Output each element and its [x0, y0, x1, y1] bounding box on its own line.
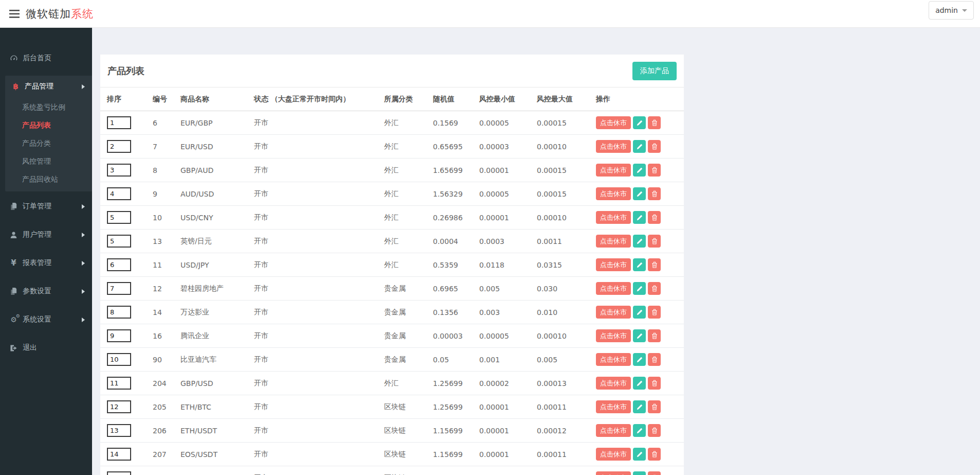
sidebar-item-label: 退出: [23, 343, 37, 353]
edit-button[interactable]: [633, 471, 646, 475]
sidebar-subitem-product-list[interactable]: 产品列表: [5, 116, 92, 134]
trash-icon: [651, 143, 658, 150]
delete-button[interactable]: [648, 140, 661, 153]
sidebar-item-parameter-settings[interactable]: 参数设置: [0, 280, 92, 302]
sidebar-item-dashboard[interactable]: 后台首页: [0, 47, 92, 69]
close-market-button[interactable]: 点击休市: [596, 471, 631, 475]
delete-button[interactable]: [648, 258, 661, 271]
edit-button[interactable]: [633, 306, 646, 319]
product-status: 开市: [250, 277, 380, 301]
edit-button[interactable]: [633, 211, 646, 224]
close-market-button[interactable]: 点击休市: [596, 187, 631, 200]
sidebar-subitem-profit-ratio[interactable]: 系统盈亏比例: [5, 98, 92, 116]
close-market-button[interactable]: 点击休市: [596, 424, 631, 437]
sidebar-item-user-management[interactable]: 用户管理: [0, 224, 92, 245]
sidebar-subitem-risk-management[interactable]: 风控管理: [5, 152, 92, 170]
close-market-button[interactable]: 点击休市: [596, 235, 631, 248]
delete-button[interactable]: [648, 400, 661, 413]
table-row: 16 腾讯企业 开市 贵金属 0.00003 0.00005 0.00010 点…: [100, 324, 684, 348]
sidebar-item-report-management[interactable]: ¥ 报表管理: [0, 252, 92, 274]
sidebar-item-system-settings[interactable]: ⚙⚙ 系统设置: [0, 309, 92, 330]
dashboard-icon: [9, 54, 18, 62]
sort-order-input[interactable]: [107, 164, 131, 177]
topbar: 微软链加系统 admin: [0, 0, 980, 28]
edit-button[interactable]: [633, 187, 646, 200]
delete-button[interactable]: [648, 116, 661, 129]
sidebar-item-label: 产品管理: [25, 82, 53, 91]
delete-button[interactable]: [648, 329, 661, 342]
delete-button[interactable]: [648, 235, 661, 248]
close-market-button[interactable]: 点击休市: [596, 448, 631, 461]
delete-button[interactable]: [648, 187, 661, 200]
edit-button[interactable]: [633, 353, 646, 366]
delete-button[interactable]: [648, 424, 661, 437]
delete-button[interactable]: [648, 448, 661, 461]
delete-button[interactable]: [648, 306, 661, 319]
edit-button[interactable]: [633, 448, 646, 461]
sidebar-subitem-product-category[interactable]: 产品分类: [5, 134, 92, 152]
close-market-button[interactable]: 点击休市: [596, 306, 631, 319]
edit-button[interactable]: [633, 116, 646, 129]
sidebar-item-label: 后台首页: [23, 54, 51, 63]
sort-order-input[interactable]: [107, 258, 131, 271]
close-market-button[interactable]: 点击休市: [596, 140, 631, 153]
sort-order-input[interactable]: [107, 235, 131, 248]
sort-order-input[interactable]: [107, 424, 131, 437]
edit-button[interactable]: [633, 235, 646, 248]
close-market-button[interactable]: 点击休市: [596, 329, 631, 342]
sidebar-item-product-management[interactable]: ฿ 产品管理: [5, 76, 92, 97]
close-market-button[interactable]: 点击休市: [596, 377, 631, 390]
sidebar-item-order-management[interactable]: 订单管理: [0, 196, 92, 217]
delete-button[interactable]: [648, 282, 661, 295]
pencil-icon: [637, 333, 643, 339]
hamburger-menu-icon[interactable]: [9, 10, 20, 18]
sort-order-input[interactable]: [107, 140, 131, 153]
table-row: 8 GBP/AUD 开市 外汇 1.65699 0.00001 0.00015 …: [100, 159, 684, 182]
edit-button[interactable]: [633, 140, 646, 153]
product-status: 开市: [250, 206, 380, 230]
delete-button[interactable]: [648, 211, 661, 224]
product-id: 8: [149, 159, 176, 182]
yen-icon: ¥: [9, 258, 18, 268]
close-market-button[interactable]: 点击休市: [596, 116, 631, 129]
sort-order-input[interactable]: [107, 282, 131, 295]
caret-right-icon: [82, 318, 85, 322]
close-market-button[interactable]: 点击休市: [596, 400, 631, 413]
sort-order-input[interactable]: [107, 448, 131, 461]
product-random-value: 1.56329: [429, 182, 475, 206]
close-market-button[interactable]: 点击休市: [596, 164, 631, 177]
edit-button[interactable]: [633, 424, 646, 437]
sort-order-input[interactable]: [107, 187, 131, 200]
delete-button[interactable]: [648, 164, 661, 177]
sort-order-input[interactable]: [107, 211, 131, 224]
close-market-button[interactable]: 点击休市: [596, 282, 631, 295]
sort-order-input[interactable]: [107, 329, 131, 342]
user-menu[interactable]: admin: [929, 1, 974, 20]
sidebar-item-logout[interactable]: 退出: [0, 337, 92, 359]
edit-button[interactable]: [633, 258, 646, 271]
sidebar-subitem-product-recycle-bin[interactable]: 产品回收站: [5, 170, 92, 188]
product-name: USD/JPY: [176, 253, 250, 277]
edit-button[interactable]: [633, 329, 646, 342]
add-product-button[interactable]: 添加产品: [632, 62, 677, 80]
delete-button[interactable]: [648, 353, 661, 366]
product-risk-min: 0.00001: [475, 443, 533, 466]
close-market-button[interactable]: 点击休市: [596, 211, 631, 224]
edit-button[interactable]: [633, 400, 646, 413]
caret-right-icon: [82, 289, 85, 294]
edit-button[interactable]: [633, 377, 646, 390]
delete-button[interactable]: [648, 471, 661, 475]
edit-button[interactable]: [633, 282, 646, 295]
sort-order-input[interactable]: [107, 400, 131, 413]
sort-order-input[interactable]: [107, 471, 131, 475]
delete-button[interactable]: [648, 377, 661, 390]
sort-order-input[interactable]: [107, 353, 131, 366]
close-market-button[interactable]: 点击休市: [596, 258, 631, 271]
close-market-button[interactable]: 点击休市: [596, 353, 631, 366]
brand-primary-text: 微软链加: [26, 8, 71, 20]
sort-order-input[interactable]: [107, 306, 131, 319]
edit-button[interactable]: [633, 164, 646, 177]
product-risk-min: 0.00005: [475, 324, 533, 348]
sort-order-input[interactable]: [107, 116, 131, 129]
sort-order-input[interactable]: [107, 377, 131, 390]
